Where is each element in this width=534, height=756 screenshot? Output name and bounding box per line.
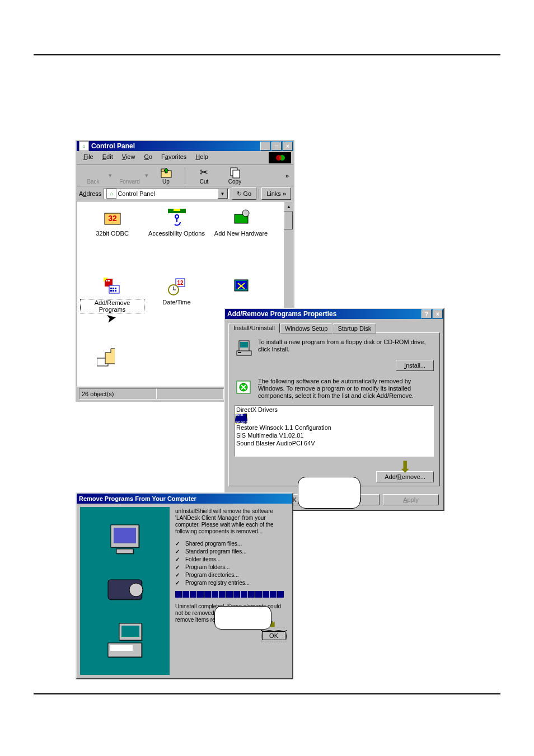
scroll-up-button[interactable]: ▲ — [284, 201, 293, 212]
svg-rect-22 — [113, 290, 114, 292]
callout — [214, 606, 271, 630]
item-date-time[interactable]: 12 Date/Time — [144, 273, 209, 342]
wizard-titlebar[interactable]: Remove Programs From Your Computer — [77, 494, 292, 504]
go-icon: ↻ — [237, 190, 242, 198]
check-item: ✓Program folders... — [175, 564, 287, 571]
minimize-button[interactable]: _ — [260, 142, 270, 151]
menu-favorites[interactable]: Favorites — [157, 152, 191, 163]
toolbar-chevron[interactable]: » — [282, 172, 292, 179]
list-item[interactable]: DirectX Drivers — [235, 406, 433, 414]
svg-rect-18 — [110, 288, 112, 289]
item-accessibility[interactable]: Accessibility Options — [144, 204, 209, 273]
tab-windows-setup[interactable]: Windows Setup — [280, 323, 332, 334]
toolbar: ⬅Back ▾ ➡Forward ▾ Up ✂Cut Copy » — [77, 165, 293, 186]
wizard-image — [80, 507, 170, 675]
go-button[interactable]: ↻ Go — [232, 187, 257, 200]
install-button-row: Install... — [235, 362, 434, 369]
links-button[interactable]: Links » — [261, 187, 291, 200]
install-text: To install a new program from a floppy d… — [258, 339, 434, 353]
svg-text:12: 12 — [177, 280, 184, 286]
up-button[interactable]: Up — [151, 166, 181, 185]
menu-go[interactable]: Go — [139, 152, 157, 163]
tab-panel: To install a new program from a floppy d… — [228, 332, 440, 486]
program-list[interactable]: DirectX Drivers LANDesk Client Manager 3… — [235, 405, 434, 457]
check-icon: ✓ — [175, 580, 183, 586]
close-button[interactable]: × — [433, 309, 443, 318]
scroll-thumb[interactable] — [284, 212, 293, 229]
separator — [259, 189, 259, 199]
wizard-body: unInstallShield will remove the software… — [77, 504, 292, 678]
list-item[interactable]: Sound Blaster AudioPCI 64V — [235, 439, 433, 447]
menu-view[interactable]: View — [118, 152, 140, 163]
ok-button[interactable]: OK — [261, 630, 287, 641]
svg-point-2 — [276, 155, 282, 161]
status-cell — [157, 388, 224, 400]
check-item: ✓Folder items... — [175, 556, 287, 563]
svg-rect-39 — [114, 528, 136, 543]
folder-icon: ⌂ — [106, 189, 116, 199]
top-rule — [34, 54, 500, 55]
item-add-hardware[interactable]: Add New Hardware — [209, 204, 273, 273]
list-item[interactable]: Restore Winsock 1.1 Configuration — [235, 424, 433, 431]
status-text: 26 object(s) — [79, 388, 157, 400]
install-section: To install a new program from a floppy d… — [235, 339, 434, 356]
address-value: Control Panel — [118, 190, 155, 197]
maximize-button[interactable]: □ — [271, 142, 282, 151]
wizard-right: unInstallShield will remove the software… — [173, 504, 292, 678]
remove-icon — [235, 378, 252, 396]
up-icon — [160, 166, 172, 179]
remove-text: The following software can be automatica… — [258, 378, 434, 400]
item-add-remove-programs[interactable]: Add/Remove Programs — [80, 273, 144, 342]
svg-rect-15 — [106, 280, 107, 281]
menu-file[interactable]: File — [79, 152, 98, 163]
check-item: ✓Program directories... — [175, 572, 287, 579]
help-button[interactable]: ? — [421, 309, 432, 318]
address-label: Address — [79, 190, 101, 197]
tab-bar: Install/Uninstall Windows Setup Startup … — [228, 322, 440, 332]
datetime-icon: 12 — [168, 278, 186, 295]
separator — [185, 167, 185, 184]
menu-help[interactable]: Help — [191, 152, 213, 163]
svg-rect-6 — [233, 170, 240, 178]
svg-rect-20 — [115, 288, 116, 289]
tab-startup-disk[interactable]: Startup Disk — [332, 323, 376, 334]
wizard-intro: unInstallShield will remove the software… — [175, 508, 287, 535]
check-icon: ✓ — [175, 556, 183, 563]
remove-section: The following software can be automatica… — [235, 378, 434, 400]
address-dropdown[interactable]: ▼ — [218, 189, 228, 199]
dialog-titlebar[interactable]: Add/Remove Programs Properties ? × — [225, 309, 443, 319]
cut-button[interactable]: ✂Cut — [189, 166, 219, 185]
svg-rect-16 — [108, 280, 110, 281]
window-title: Control Panel — [91, 142, 135, 150]
menu-edit[interactable]: Edit — [98, 152, 118, 163]
cut-icon: ✂ — [198, 166, 210, 179]
svg-point-11 — [175, 215, 179, 218]
window-buttons: _ □ × — [260, 141, 293, 151]
arrow-icon: ⬇ — [399, 458, 411, 476]
folder-icon — [97, 346, 115, 364]
check-item: ✓Program registry entries... — [175, 580, 287, 586]
close-button[interactable]: × — [283, 142, 293, 151]
item-32bit-odbc[interactable]: 32 32bit ODBC — [80, 204, 144, 273]
svg-rect-30 — [236, 281, 247, 289]
callout — [298, 477, 360, 509]
address-input[interactable]: ⌂ Control Panel ▼ — [104, 188, 229, 199]
copy-button[interactable]: Copy — [219, 166, 250, 185]
titlebar[interactable]: ⌂ Control Panel _ □ × — [77, 141, 293, 151]
list-item[interactable]: SiS Multimedia V1.02.01 — [235, 431, 433, 439]
forward-button: ➡Forward — [114, 166, 145, 185]
list-item-selected[interactable]: LANDesk Client Manager 3.32 — [235, 414, 247, 424]
item-folder1[interactable] — [80, 342, 161, 387]
install-button[interactable]: Install... — [396, 360, 434, 371]
app-icon: ⌂ — [79, 141, 89, 151]
forward-icon: ➡ — [124, 166, 136, 179]
item-blank2 — [161, 342, 226, 387]
svg-rect-44 — [121, 626, 139, 637]
tab-install-uninstall[interactable]: Install/Uninstall — [228, 323, 280, 333]
menu-bar: File Edit View Go Favorites Help — [77, 151, 293, 165]
wizard-title: Remove Programs From Your Computer — [79, 495, 196, 502]
throbber-icon — [269, 152, 291, 163]
check-icon: ✓ — [175, 564, 183, 571]
check-icon: ✓ — [175, 572, 183, 579]
copy-icon — [229, 166, 241, 179]
